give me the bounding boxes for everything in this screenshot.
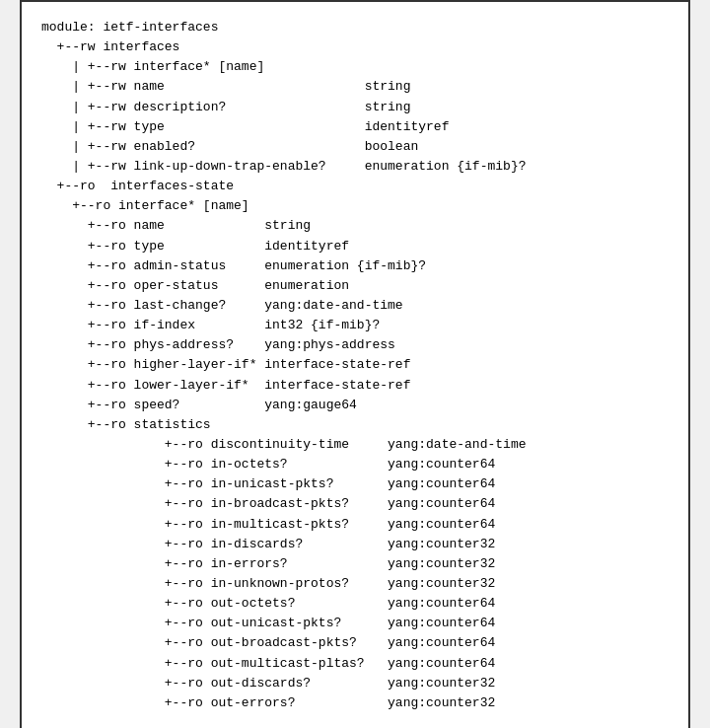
code-container: module: ietf-interfaces +--rw interfaces… xyxy=(20,0,690,728)
yang-tree-code: module: ietf-interfaces +--rw interfaces… xyxy=(41,18,669,713)
